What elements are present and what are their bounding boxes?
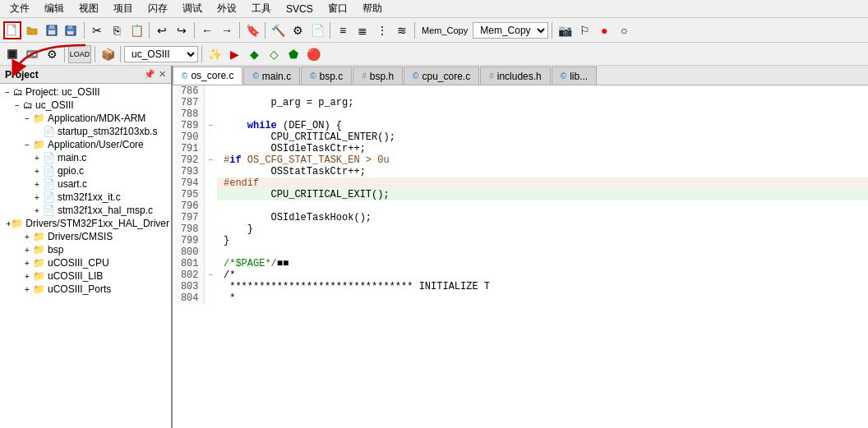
tree-item-bsp[interactable]: +📁bsp — [0, 243, 171, 256]
tree-expand-icon[interactable]: + — [31, 193, 43, 202]
tree-item-ucosiii_cpu[interactable]: +📁uCOSIII_CPU — [0, 256, 171, 269]
unindent-button[interactable]: ≣ — [353, 21, 372, 39]
inspect-btn3[interactable]: ● — [595, 21, 613, 39]
tree-item-usart_c[interactable]: +📄usart.c — [0, 177, 171, 191]
tree-expand-icon[interactable]: − — [21, 114, 33, 123]
menu-item-tools[interactable]: 工具 — [245, 0, 278, 17]
menu-item-debug[interactable]: 调试 — [176, 0, 209, 17]
menu-item-window[interactable]: 窗口 — [321, 0, 354, 17]
rebuild-button[interactable]: ⚙ — [289, 21, 307, 39]
function-dropdown[interactable]: Mem_Copy — [473, 22, 548, 39]
tab-bsp-c[interactable]: ©bsp.c — [301, 67, 352, 85]
tree-expand-icon[interactable]: + — [31, 180, 43, 189]
fold-marker — [204, 258, 217, 269]
tree-expand-icon[interactable]: + — [31, 154, 43, 163]
tree-label: bsp — [48, 244, 63, 255]
tree-item-app_user[interactable]: −📁Application/User/Core — [0, 138, 171, 151]
tree-expand-icon[interactable]: + — [21, 232, 33, 242]
tree-expand-icon[interactable]: − — [12, 101, 23, 110]
menu-item-edit[interactable]: 编辑 — [38, 0, 71, 17]
cut-button[interactable]: ✂ — [88, 21, 106, 39]
tree-expand-icon[interactable]: + — [21, 246, 33, 255]
undo-button[interactable]: ↩ — [153, 21, 171, 39]
tree-item-stm32_hal[interactable]: +📄stm32f1xx_hal_msp.c — [0, 204, 171, 217]
code-line-792: 792−#if OS_CFG_STAT_TASK_EN > 0u — [173, 154, 868, 166]
pin-icon[interactable]: 📌 — [144, 69, 155, 80]
tree-item-main_c[interactable]: +📄main.c — [0, 151, 171, 164]
magic-wand-btn[interactable]: ✨ — [205, 45, 224, 63]
menu-item-help[interactable]: 帮助 — [356, 0, 389, 17]
tree-item-root[interactable]: −🗂Project: uc_OSIII — [0, 85, 171, 99]
fold-marker[interactable]: − — [204, 269, 217, 281]
h-file-icon: # — [489, 71, 494, 81]
menu-item-peripheral[interactable]: 外设 — [210, 0, 243, 17]
forward-button[interactable]: → — [218, 21, 236, 39]
line-number: 788 — [173, 108, 204, 120]
code-editor[interactable]: 786787 p_arg = p_arg;788789− while (DEF_… — [173, 85, 868, 428]
debug-config-btn[interactable] — [23, 45, 41, 63]
save-all-button[interactable] — [62, 21, 81, 39]
menu-item-view[interactable]: 视图 — [72, 0, 105, 17]
green-btn3[interactable]: ⬟ — [284, 45, 302, 63]
tab-main-c[interactable]: ©main.c — [243, 67, 300, 85]
tab-lib-..[interactable]: ©lib... — [552, 67, 597, 85]
target-dropdown[interactable]: uc_OSIII — [124, 46, 198, 62]
open-button[interactable] — [23, 21, 41, 39]
tree-item-drivers_stm[interactable]: +📁Drivers/STM32F1xx_HAL_Driver — [0, 217, 171, 230]
red-icon-btn[interactable]: 🔴 — [304, 45, 322, 63]
tree-expand-icon[interactable]: − — [21, 140, 33, 150]
menu-item-svcs[interactable]: SVCS — [279, 2, 320, 16]
tree-expand-icon[interactable]: + — [31, 167, 43, 176]
tree-item-startup[interactable]: 📄startup_stm32f103xb.s — [0, 125, 171, 138]
options-btn[interactable]: ⚙ — [43, 45, 61, 63]
tree-item-ucosiii_ports[interactable]: +📁uCOSIII_Ports — [0, 283, 171, 296]
paste-button[interactable]: 📋 — [127, 21, 145, 39]
indent-button[interactable]: ≡ — [334, 21, 352, 39]
green-btn2[interactable]: ◇ — [265, 45, 283, 63]
close-panel-icon[interactable]: ✕ — [159, 69, 166, 80]
indent2-button[interactable]: ⋮ — [373, 21, 391, 39]
load-btn[interactable]: LOAD — [68, 45, 91, 63]
format-button[interactable]: ≋ — [393, 21, 411, 39]
menu-item-flash[interactable]: 闪存 — [141, 0, 174, 17]
tab-bsp-h[interactable]: #bsp.h — [353, 67, 403, 85]
back-button[interactable]: ← — [198, 21, 216, 39]
run-btn[interactable]: ▶ — [225, 45, 243, 63]
tree-expand-icon[interactable]: + — [21, 272, 33, 281]
tab-cpu_core-c[interactable]: ©cpu_core.c — [404, 67, 479, 85]
pack-btn[interactable]: 📦 — [99, 45, 117, 63]
inspect-btn1[interactable]: 📷 — [556, 21, 574, 39]
save-button[interactable] — [43, 21, 61, 39]
fold-marker[interactable]: − — [204, 154, 217, 166]
tree-item-stm32_it[interactable]: +📄stm32f1xx_it.c — [0, 191, 171, 204]
tree-item-ucosiii_lib[interactable]: +📁uCOSIII_LIB — [0, 269, 171, 283]
tree-expand-icon[interactable]: − — [2, 88, 13, 97]
file-icon: 📄 — [43, 126, 55, 137]
tree-expand-icon[interactable]: + — [21, 285, 33, 294]
tree-expand-icon[interactable]: + — [31, 206, 43, 215]
green-btn1[interactable]: ◆ — [245, 45, 263, 63]
tree-item-uc_osiii[interactable]: −🗂uc_OSIII — [0, 99, 171, 112]
fold-marker — [204, 131, 217, 143]
tree-item-app_mdk[interactable]: −📁Application/MDK-ARM — [0, 112, 171, 125]
tree-expand-icon[interactable]: + — [21, 259, 33, 268]
copy-button[interactable]: ⎘ — [108, 21, 126, 39]
chip-btn[interactable] — [3, 45, 21, 63]
build-button[interactable]: 🔨 — [269, 21, 287, 39]
menu-item-file[interactable]: 文件 — [3, 0, 36, 17]
inspect-btn4[interactable]: ○ — [615, 21, 633, 39]
tab-includes-h[interactable]: #includes.h — [480, 67, 551, 85]
redo-button[interactable]: ↪ — [173, 21, 191, 39]
translate-button[interactable]: 📄 — [308, 21, 326, 39]
tab-os_core-c[interactable]: ©os_core.c — [173, 67, 242, 85]
tree-item-drivers_cmsis[interactable]: +📁Drivers/CMSIS — [0, 230, 171, 243]
separator-2 — [149, 22, 150, 39]
fold-marker[interactable]: − — [204, 120, 217, 131]
tree-label: uCOSIII_CPU — [48, 257, 109, 269]
inspect-btn2[interactable]: ⚐ — [575, 21, 593, 39]
bookmark-button[interactable]: 🔖 — [243, 21, 261, 39]
menu-item-project[interactable]: 项目 — [107, 0, 140, 17]
tree-item-gpio_c[interactable]: +📄gpio.c — [0, 164, 171, 177]
svg-rect-4 — [49, 25, 54, 29]
new-file-button[interactable] — [3, 21, 21, 39]
